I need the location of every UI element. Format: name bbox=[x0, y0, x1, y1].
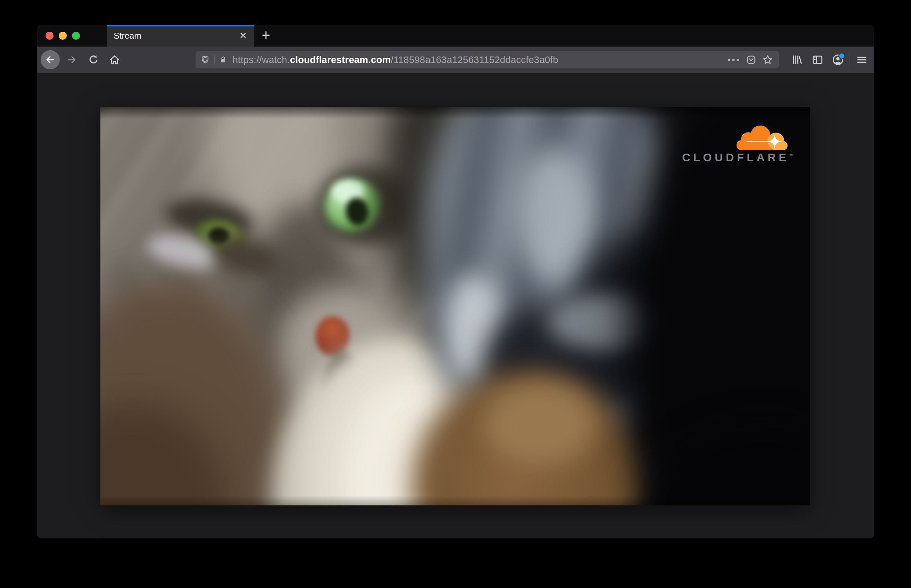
pocket-button[interactable] bbox=[745, 54, 757, 66]
url-scheme-host: https://watch. bbox=[233, 55, 290, 65]
library-icon bbox=[791, 53, 803, 66]
menu-button[interactable] bbox=[854, 52, 869, 67]
tab-bar: Stream ✕ + bbox=[37, 25, 874, 47]
address-bar[interactable]: https://watch.cloudflarestream.com/11859… bbox=[195, 51, 779, 68]
video-frame bbox=[100, 107, 810, 506]
address-bar-divider bbox=[214, 55, 215, 65]
library-button[interactable] bbox=[790, 52, 804, 67]
account-notification-badge bbox=[838, 53, 845, 60]
lock-icon[interactable] bbox=[219, 55, 228, 65]
pocket-icon bbox=[745, 54, 757, 66]
hamburger-menu-icon bbox=[856, 53, 868, 66]
reload-button[interactable] bbox=[86, 52, 101, 67]
sidebar-button[interactable] bbox=[810, 52, 825, 67]
toolbar-right-cluster bbox=[790, 52, 869, 67]
close-window-button[interactable] bbox=[45, 32, 53, 40]
browser-window: Stream ✕ + bbox=[37, 25, 874, 538]
video-player[interactable]: CLOUDFLARE™ bbox=[100, 107, 810, 506]
home-icon bbox=[109, 54, 121, 66]
tab-stream[interactable]: Stream ✕ bbox=[107, 25, 254, 47]
home-button[interactable] bbox=[107, 52, 122, 67]
minimize-window-button[interactable] bbox=[59, 32, 67, 40]
star-icon bbox=[762, 54, 774, 66]
cloudflare-cloud-icon bbox=[734, 124, 788, 150]
page-actions-button[interactable]: ••• bbox=[728, 51, 741, 68]
sidebar-icon bbox=[811, 53, 824, 66]
tab-close-icon[interactable]: ✕ bbox=[236, 25, 250, 47]
video-texture-blob bbox=[484, 382, 597, 465]
back-button[interactable] bbox=[40, 50, 60, 69]
new-tab-button[interactable]: + bbox=[256, 25, 276, 47]
trademark-mark: ™ bbox=[789, 153, 794, 158]
video-texture-blob bbox=[315, 316, 349, 356]
window-controls bbox=[45, 32, 80, 40]
url-domain: cloudflarestream.com bbox=[290, 55, 391, 65]
back-arrow-icon bbox=[45, 54, 56, 65]
zoom-window-button[interactable] bbox=[72, 32, 80, 40]
cloudflare-wordmark: CLOUDFLARE™ bbox=[682, 151, 791, 164]
tab-title: Stream bbox=[114, 25, 141, 47]
url-path: /118598a163a125631152ddaccfe3a0fb bbox=[391, 55, 558, 65]
navigation-toolbar: https://watch.cloudflarestream.com/11859… bbox=[37, 47, 874, 73]
forward-button[interactable] bbox=[64, 52, 79, 67]
url-text: https://watch.cloudflarestream.com/11859… bbox=[233, 55, 558, 65]
toolbar-separator bbox=[850, 53, 850, 66]
video-texture-blob bbox=[515, 147, 594, 283]
reload-icon bbox=[87, 54, 99, 66]
tracking-shield-icon[interactable] bbox=[200, 55, 210, 65]
cloudflare-watermark: CLOUDFLARE™ bbox=[682, 124, 791, 164]
content-area: CLOUDFLARE™ bbox=[37, 73, 874, 538]
forward-arrow-icon bbox=[66, 54, 77, 65]
bookmark-star-button[interactable] bbox=[762, 54, 774, 66]
account-button[interactable] bbox=[830, 52, 846, 67]
